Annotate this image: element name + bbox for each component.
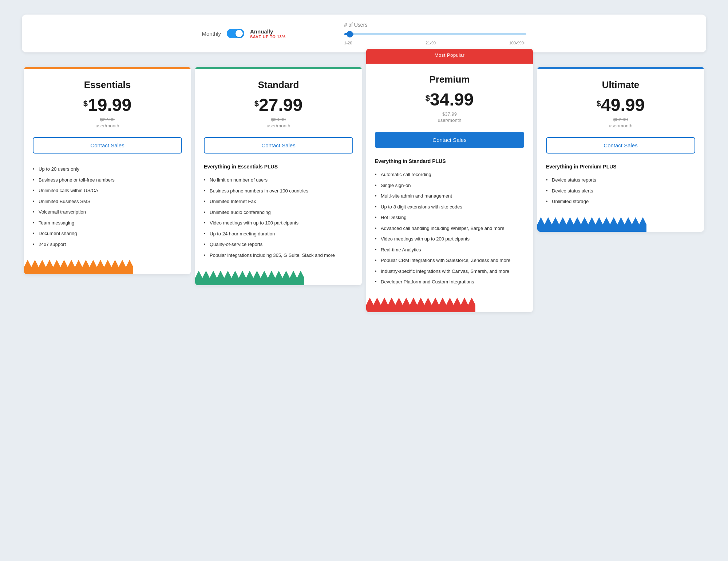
cta-button-standard[interactable]: Contact Sales: [204, 137, 353, 154]
plan-body-premium: Premium $34.99 $37.99 user/month Contact…: [366, 64, 533, 298]
billing-toggle-switch[interactable]: [227, 29, 244, 38]
annually-label: Annually: [250, 28, 285, 35]
feature-item: Single sign-on: [375, 180, 524, 191]
feature-item: Document sharing: [33, 228, 182, 239]
feature-item: Multi-site admin and management: [375, 191, 524, 202]
feature-item: Unlimited audio conferencing: [204, 207, 353, 218]
features-list-premium: Automatic call recording Single sign-on …: [375, 169, 524, 287]
plan-name-standard: Standard: [204, 79, 353, 91]
users-slider-section: # of Users 1-20 21-99 100-999+: [344, 22, 526, 45]
features-header-premium: Everything in Standard PLUS: [375, 158, 524, 164]
range-label-1: 1-20: [344, 41, 352, 45]
feature-item: Device status alerts: [546, 186, 695, 196]
most-popular-badge: Most Popular: [366, 49, 533, 61]
feature-item: Developer Platform and Custom Integratio…: [375, 276, 524, 287]
feature-item: Video meetings with up to 200 participan…: [375, 234, 524, 244]
vertical-divider: [315, 24, 315, 43]
plan-body-essentials: Essentials $19.99 $22.99 user/month Cont…: [24, 69, 191, 260]
feature-item: Unlimited Internet Fax: [204, 196, 353, 207]
price-period-essentials: user/month: [33, 123, 182, 128]
feature-item: 24x7 support: [33, 239, 182, 250]
plan-price-premium: $34.99: [375, 91, 524, 108]
feature-item: Voicemail transcription: [33, 207, 182, 218]
price-amount-essentials: 19.99: [88, 95, 131, 115]
feature-item: Up to 20 users only: [33, 164, 182, 175]
plan-bottom-essentials: [24, 260, 191, 274]
feature-item: Business phone or toll-free numbers: [33, 175, 182, 186]
price-period-premium: user/month: [375, 118, 524, 123]
feature-item: Up to 8 digit extensions with site codes: [375, 202, 524, 212]
plan-price-essentials: $19.99: [33, 96, 182, 114]
features-list-standard: No limit on number of users Business pho…: [204, 175, 353, 260]
price-amount-ultimate: 49.99: [601, 95, 645, 115]
features-header-ultimate: Everything in Premium PLUS: [546, 164, 695, 170]
toggle-knob: [236, 30, 243, 37]
monthly-label: Monthly: [202, 31, 221, 37]
plan-card-ultimate: Ultimate $49.99 $52.99 user/month Contac…: [537, 67, 704, 232]
price-old-ultimate: $52.99: [546, 117, 695, 122]
range-label-2: 21-99: [426, 41, 436, 45]
plan-card-standard: Standard $27.99 $30.99 user/month Contac…: [195, 67, 362, 285]
price-amount-standard: 27.99: [259, 95, 302, 115]
plan-bottom-ultimate: [537, 217, 704, 232]
cta-button-essentials[interactable]: Contact Sales: [33, 137, 182, 154]
users-label: # of Users: [344, 22, 368, 28]
feature-item: Unlimited calls within US/CA: [33, 185, 182, 196]
price-dollar-ultimate: $: [597, 99, 601, 108]
feature-item: Team messaging: [33, 218, 182, 228]
features-list-ultimate: Device status reports Device status aler…: [546, 175, 695, 207]
features-header-standard: Everything in Essentials PLUS: [204, 164, 353, 170]
billing-toggle-group: Monthly Annually SAVE UP TO 13%: [202, 28, 285, 39]
price-old-premium: $37.99: [375, 111, 524, 117]
feature-item: Popular integrations including 365, G Su…: [204, 250, 353, 261]
plan-name-premium: Premium: [375, 74, 524, 85]
plan-card-premium: Most Popular Premium $34.99 $37.99 user/…: [366, 49, 533, 312]
billing-toggle-bar: Monthly Annually SAVE UP TO 13% # of Use…: [22, 15, 706, 52]
price-dollar-standard: $: [254, 99, 259, 108]
feature-item: Unlimited Business SMS: [33, 196, 182, 207]
price-amount-premium: 34.99: [430, 90, 474, 109]
plan-price-ultimate: $49.99: [546, 96, 695, 114]
feature-item: Unlimited storage: [546, 196, 695, 207]
price-period-ultimate: user/month: [546, 123, 695, 128]
feature-item: Up to 24 hour meeting duration: [204, 228, 353, 239]
plan-body-standard: Standard $27.99 $30.99 user/month Contac…: [195, 69, 362, 271]
price-period-standard: user/month: [204, 123, 353, 128]
plan-bottom-standard: [195, 271, 362, 285]
feature-item: Automatic call recording: [375, 169, 524, 180]
plan-bottom-premium: [366, 298, 533, 312]
pricing-grid: Essentials $19.99 $22.99 user/month Cont…: [22, 67, 706, 312]
plan-name-ultimate: Ultimate: [546, 79, 695, 91]
price-old-essentials: $22.99: [33, 117, 182, 122]
slider-thumb: [347, 31, 353, 37]
feature-item: Industry-specific integrations with Canv…: [375, 266, 524, 277]
feature-item: Advanced call handling including Whisper…: [375, 223, 524, 234]
feature-item: Quality-of-service reports: [204, 239, 353, 250]
features-list-essentials: Up to 20 users only Business phone or to…: [33, 164, 182, 250]
feature-item: Real-time Analytics: [375, 244, 524, 255]
slider-labels: 1-20 21-99 100-999+: [344, 41, 526, 45]
feature-item: Device status reports: [546, 175, 695, 186]
cta-button-ultimate[interactable]: Contact Sales: [546, 137, 695, 154]
feature-item: Hot Desking: [375, 212, 524, 223]
plan-name-essentials: Essentials: [33, 79, 182, 91]
feature-item: Business phone numbers in over 100 count…: [204, 186, 353, 196]
users-slider[interactable]: [344, 31, 526, 38]
annually-text-group: Annually SAVE UP TO 13%: [250, 28, 285, 39]
save-label: SAVE UP TO 13%: [250, 35, 285, 39]
feature-item: Popular CRM integrations with Salesforce…: [375, 255, 524, 266]
slider-track: [344, 33, 526, 35]
price-dollar-premium: $: [426, 94, 430, 103]
range-label-3: 100-999+: [509, 41, 526, 45]
plan-body-ultimate: Ultimate $49.99 $52.99 user/month Contac…: [537, 69, 704, 217]
feature-item: No limit on number of users: [204, 175, 353, 186]
plan-price-standard: $27.99: [204, 96, 353, 114]
plan-card-essentials: Essentials $19.99 $22.99 user/month Cont…: [24, 67, 191, 274]
cta-button-premium[interactable]: Contact Sales: [375, 132, 524, 148]
feature-item: Video meetings with up to 100 participan…: [204, 218, 353, 228]
price-old-standard: $30.99: [204, 117, 353, 122]
price-dollar-essentials: $: [83, 99, 88, 108]
